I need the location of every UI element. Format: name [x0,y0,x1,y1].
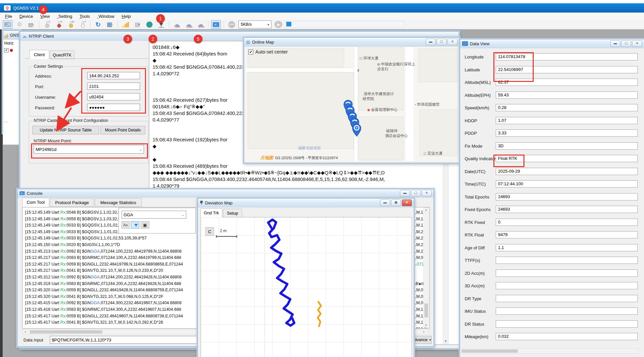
center-button[interactable]: C [205,227,214,236]
checkbox-checked[interactable]: ✔ [4,48,9,53]
scroll-down-icon[interactable]: ▼ [443,339,448,343]
map-canvas[interactable]: ◫ 环球大厦◍ 中国农业银行深圳上 步支行▮ 清华大学建筑设计 研究院◉ 金葵花… [245,47,458,161]
scroll-right-icon[interactable]: > [421,330,426,334]
menu-item[interactable]: Device [16,13,37,19]
field-value[interactable]: 3.33 [496,129,638,137]
field-value[interactable] [496,257,638,264]
tab-gnd-trk[interactable]: Gnd Trk [200,208,222,217]
menu-item[interactable]: Tools [76,13,94,19]
report-log-icon[interactable]: ▤✎ [26,20,36,29]
tab-setup[interactable]: Setup [223,209,242,217]
scale-bar [216,235,237,238]
maximize-button[interactable]: ▣ [391,199,401,206]
field-value[interactable]: 1.1 [496,244,638,251]
minimize-button[interactable]: ▬ [400,190,410,196]
field-value[interactable]: 0 [496,219,638,226]
field-value[interactable] [496,295,638,302]
minimize-button[interactable]: ▬ [426,39,436,45]
thermometer-f-icon[interactable]: F [78,20,88,29]
data-view-row: Altitude(EPH) 59.43 [460,91,644,99]
save-floppy-button[interactable]: ▣ [141,221,149,229]
field-value[interactable] [496,307,638,315]
menu-item[interactable]: Window [93,13,118,19]
tab-client[interactable]: Client [29,50,49,59]
field-value[interactable]: 59.43 [496,91,638,99]
menu-item[interactable]: Setting [54,13,76,19]
scrollbar-thumb[interactable] [30,330,102,334]
play-button[interactable]: ▶ [273,20,283,29]
thermometer-h-icon[interactable]: H [54,20,64,29]
match-case-button[interactable]: Aa [122,221,129,229]
ntrip-server-cloud-icon[interactable]: ☁Server [196,20,205,29]
close-button[interactable]: ✕ [402,199,412,206]
scroll-down-icon[interactable]: ∨ [424,323,428,327]
thermometer-w-icon[interactable]: W [66,20,76,29]
menu-item[interactable]: View [37,13,54,19]
online-map-window[interactable]: ▦ Online Map ▬ ▢ ✕ ◫ 环球大厦◍ 中国农业银行深圳上 步支行… [244,37,460,163]
record-dot-icon[interactable] [144,20,154,29]
update-ntrip-source-table-button[interactable]: Update NTRIP Source Table [32,126,99,134]
maximize-button[interactable]: ▢ [437,39,447,45]
scrollbar-thumb[interactable] [424,303,428,317]
scroll-left-icon[interactable]: < [23,330,28,334]
data-view-window[interactable]: Data View ▬ ▢ ✕ Longitude 114.07813478 L… [460,39,644,357]
collapsed-ellipsis[interactable]: ... [4,119,19,123]
field-value[interactable] [496,320,638,328]
tab-protocol-package[interactable]: Protocol Package [50,198,94,207]
menu-item[interactable]: Help [118,13,134,19]
maximize-button[interactable]: ▢ [411,190,421,196]
filter-funnel-button[interactable] [131,221,139,229]
data-panel-icon[interactable]: ▦✎ [105,20,115,29]
ntrip-caster-cloud-icon[interactable]: ☁Caster [184,20,194,29]
nmea-type-select[interactable]: GGA⌄ [122,211,186,219]
device-connect-button[interactable] [3,20,13,29]
mount-point-label: NTRIP Mount Point: [34,138,72,143]
field-value[interactable]: 24693 [496,206,638,213]
map-zoom-icon[interactable]: ▨⌖ [132,20,142,29]
settings-gear-icon[interactable]: ⚙ [15,20,24,29]
minimize-button[interactable]: ▬ [380,199,390,206]
scrollbar-thumb[interactable] [462,349,518,353]
deviation-map-window[interactable]: Deviation Map ▬ ▣ ✕ Gnd Trk Setup C 2 m [197,198,414,357]
field-value[interactable]: 2025-09-29 [496,168,638,175]
tab-com-tool[interactable]: Com Tool [22,198,49,207]
ntrip-client-cloud-icon[interactable]: ☁Client [172,20,182,29]
annotation-number-circle: 5 [194,35,202,43]
console-terminal-icon[interactable]: >_ [211,20,221,29]
tab-quecrtk[interactable]: QuecRTK [50,51,74,59]
thermometer-c-icon[interactable]: C [42,20,52,29]
data-view-hscrollbar[interactable] [461,348,639,354]
field-value[interactable]: 24693 [496,193,638,200]
scroll-up-icon[interactable]: ∧ [424,208,428,212]
signal-bars-icon[interactable] [121,20,130,29]
menu-item[interactable]: File [1,13,16,19]
field-value[interactable] [496,269,638,277]
auto-set-center-control[interactable]: ✔ Auto-set center [248,49,288,54]
field-value[interactable]: 0.032 [496,333,638,340]
close-button[interactable]: ✕ [632,40,642,47]
speed-select[interactable]: 5KB/s▾ [238,20,271,28]
maximize-button[interactable]: ▢ [621,40,631,47]
gnss-view-window-fragment[interactable]: GNS Horiz ✔ ... [3,30,20,133]
deviation-plot-area[interactable]: C 2 m [200,217,412,357]
field-value[interactable] [496,282,638,289]
console-vscrollbar[interactable]: ∧ ∨ [423,207,429,328]
minimize-button[interactable]: ▬ [610,40,620,47]
playback-progress-bar[interactable] [285,21,405,28]
mount-point-details-button[interactable]: Mount Point Details [100,126,145,134]
checkbox-checked[interactable]: ✔ [248,50,253,54]
tab-message-statistics[interactable]: Message Statistics [95,198,142,207]
nmea-filter-popup[interactable]: GGA⌄ Aa ▣ [119,208,196,233]
field-value[interactable]: 3D [496,142,638,150]
scale-label: 2 m [220,229,227,233]
close-button[interactable]: ✕ [422,190,432,196]
stop-button[interactable]: STOP [227,20,236,29]
app-title-bar[interactable]: Q QGNSS V2.1 [0,3,644,13]
refresh-icon[interactable]: ↻ [93,20,103,29]
field-value[interactable]: 07:12:44.100 [496,180,638,188]
field-value[interactable]: 1.07 [496,117,638,124]
field-value[interactable]: 0.28 [496,104,638,111]
close-button[interactable]: ✕ [447,39,457,45]
field-value[interactable]: 9479 [496,231,638,238]
advance-button[interactable]: Advance▼ [411,336,432,344]
